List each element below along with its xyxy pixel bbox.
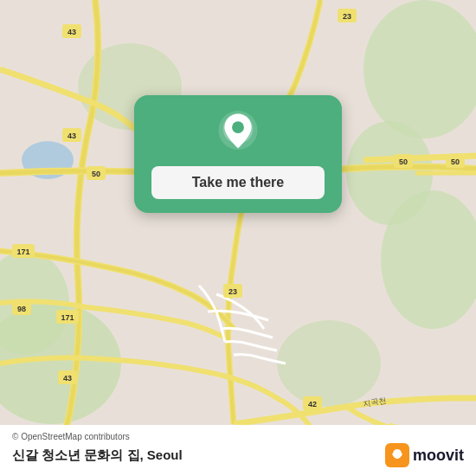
svg-text:23: 23 (228, 287, 237, 296)
svg-text:171: 171 (61, 313, 74, 322)
moovit-icon (385, 443, 409, 467)
svg-text:50: 50 (451, 158, 460, 166)
svg-text:171: 171 (16, 248, 29, 256)
svg-text:43: 43 (68, 132, 76, 140)
svg-point-6 (277, 320, 381, 407)
svg-point-40 (232, 121, 244, 133)
svg-text:43: 43 (68, 28, 76, 36)
svg-text:23: 23 (343, 12, 351, 21)
moovit-logo: moovit (385, 443, 464, 467)
svg-text:42: 42 (308, 400, 317, 408)
attribution-text: © OpenStreetMap contributors (12, 432, 464, 441)
svg-text:43: 43 (63, 374, 72, 383)
svg-text:98: 98 (17, 305, 26, 313)
place-title-row: 신갈 청소년 문화의 집, Seoul moovit (12, 443, 464, 467)
take-me-there-button[interactable]: Take me there (151, 166, 325, 199)
map-container: 43 23 43 50 171 50 50 171 98 43 23 (0, 0, 476, 476)
moovit-text: moovit (413, 447, 464, 465)
location-pin-icon (215, 111, 261, 156)
svg-text:50: 50 (92, 170, 100, 178)
svg-text:50: 50 (399, 158, 408, 166)
place-title: 신갈 청소년 문화의 집, Seoul (12, 447, 183, 464)
popup-card: Take me there (134, 95, 342, 213)
bottom-bar: © OpenStreetMap contributors 신갈 청소년 문화의 … (0, 425, 476, 476)
map-background: 43 23 43 50 171 50 50 171 98 43 23 (0, 0, 476, 476)
